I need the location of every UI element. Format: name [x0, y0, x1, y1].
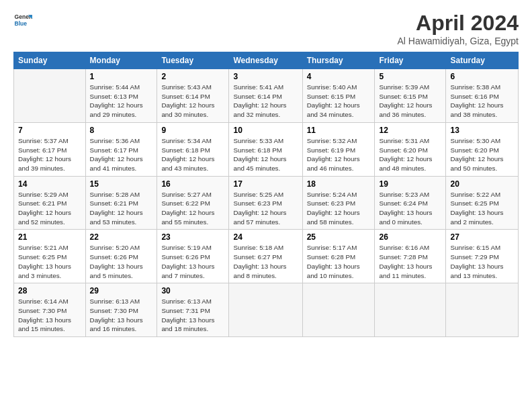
day-number: 13: [450, 126, 514, 135]
day-info: Sunrise: 5:40 AMSunset: 6:15 PMDaylight:…: [307, 83, 371, 120]
title-block: April 2024 Al Hawamidiyah, Giza, Egypt: [397, 11, 519, 46]
day-number: 26: [379, 232, 441, 242]
col-tuesday: Tuesday: [157, 52, 229, 69]
day-info: Sunrise: 5:21 AMSunset: 6:25 PMDaylight:…: [18, 243, 81, 280]
col-monday: Monday: [85, 52, 157, 69]
day-info: Sunrise: 5:38 AMSunset: 6:16 PMDaylight:…: [450, 83, 514, 120]
day-number: 25: [307, 232, 371, 242]
day-number: 19: [379, 179, 441, 189]
table-row: 20Sunrise: 5:22 AMSunset: 6:25 PMDayligh…: [446, 176, 519, 230]
table-row: 8Sunrise: 5:36 AMSunset: 6:17 PMDaylight…: [85, 122, 157, 176]
day-info: Sunrise: 6:14 AMSunset: 7:30 PMDaylight:…: [18, 297, 81, 334]
day-number: 11: [307, 126, 371, 135]
day-info: Sunrise: 6:13 AMSunset: 7:31 PMDaylight:…: [161, 297, 224, 334]
table-row: 28Sunrise: 6:14 AMSunset: 7:30 PMDayligh…: [14, 283, 86, 337]
table-row: [446, 283, 519, 337]
calendar-body: 1Sunrise: 5:44 AMSunset: 6:13 PMDaylight…: [14, 69, 519, 337]
day-info: Sunrise: 5:39 AMSunset: 6:15 PMDaylight:…: [379, 83, 441, 120]
day-info: Sunrise: 5:25 AMSunset: 6:23 PMDaylight:…: [233, 190, 298, 227]
day-info: Sunrise: 5:32 AMSunset: 6:19 PMDaylight:…: [307, 136, 371, 173]
day-number: 2: [161, 72, 224, 81]
table-row: 26Sunrise: 6:16 AMSunset: 7:28 PMDayligh…: [375, 230, 446, 283]
col-friday: Friday: [375, 52, 446, 69]
table-row: 21Sunrise: 5:21 AMSunset: 6:25 PMDayligh…: [14, 230, 86, 283]
table-row: 4Sunrise: 5:40 AMSunset: 6:15 PMDaylight…: [302, 69, 375, 123]
header-row: General Blue April 2024 Al Hawamidiyah, …: [13, 11, 519, 46]
day-number: 3: [233, 72, 298, 81]
table-row: [302, 283, 375, 337]
day-info: Sunrise: 5:34 AMSunset: 6:18 PMDaylight:…: [161, 136, 224, 173]
svg-text:General: General: [15, 13, 32, 20]
day-info: Sunrise: 5:44 AMSunset: 6:13 PMDaylight:…: [90, 83, 153, 120]
day-number: 1: [90, 72, 153, 81]
table-row: 7Sunrise: 5:37 AMSunset: 6:17 PMDaylight…: [14, 122, 86, 176]
table-row: 14Sunrise: 5:29 AMSunset: 6:21 PMDayligh…: [14, 176, 86, 230]
table-row: 2Sunrise: 5:43 AMSunset: 6:14 PMDaylight…: [157, 69, 229, 123]
logo-icon: General Blue: [13, 11, 32, 30]
col-wednesday: Wednesday: [229, 52, 302, 69]
table-row: [229, 283, 302, 337]
table-row: 3Sunrise: 5:41 AMSunset: 6:14 PMDaylight…: [229, 69, 302, 123]
day-number: 30: [161, 286, 224, 295]
svg-text:Blue: Blue: [15, 20, 28, 27]
day-number: 18: [307, 179, 371, 189]
day-number: 9: [161, 126, 224, 135]
calendar-header: Sunday Monday Tuesday Wednesday Thursday…: [14, 52, 519, 69]
day-info: Sunrise: 6:13 AMSunset: 7:30 PMDaylight:…: [90, 297, 153, 334]
table-row: 18Sunrise: 5:24 AMSunset: 6:23 PMDayligh…: [302, 176, 375, 230]
col-saturday: Saturday: [446, 52, 519, 69]
day-number: 23: [161, 232, 224, 242]
logo: General Blue: [13, 11, 32, 30]
col-sunday: Sunday: [14, 52, 86, 69]
day-number: 17: [233, 179, 298, 189]
day-number: 5: [379, 72, 441, 81]
table-row: 11Sunrise: 5:32 AMSunset: 6:19 PMDayligh…: [302, 122, 375, 176]
day-info: Sunrise: 5:22 AMSunset: 6:25 PMDaylight:…: [450, 190, 514, 227]
day-info: Sunrise: 5:43 AMSunset: 6:14 PMDaylight:…: [161, 83, 224, 120]
day-number: 14: [18, 179, 81, 189]
table-row: 15Sunrise: 5:28 AMSunset: 6:21 PMDayligh…: [85, 176, 157, 230]
table-row: 22Sunrise: 5:20 AMSunset: 6:26 PMDayligh…: [85, 230, 157, 283]
table-row: 9Sunrise: 5:34 AMSunset: 6:18 PMDaylight…: [157, 122, 229, 176]
day-number: 27: [450, 232, 514, 242]
day-info: Sunrise: 5:37 AMSunset: 6:17 PMDaylight:…: [18, 136, 81, 173]
day-info: Sunrise: 5:27 AMSunset: 6:22 PMDaylight:…: [161, 190, 224, 227]
table-row: 19Sunrise: 5:23 AMSunset: 6:24 PMDayligh…: [375, 176, 446, 230]
day-info: Sunrise: 6:15 AMSunset: 7:29 PMDaylight:…: [450, 243, 514, 280]
table-row: 1Sunrise: 5:44 AMSunset: 6:13 PMDaylight…: [85, 69, 157, 123]
day-info: Sunrise: 5:41 AMSunset: 6:14 PMDaylight:…: [233, 83, 298, 120]
day-number: 21: [18, 232, 81, 242]
table-row: 30Sunrise: 6:13 AMSunset: 7:31 PMDayligh…: [157, 283, 229, 337]
day-info: Sunrise: 5:20 AMSunset: 6:26 PMDaylight:…: [90, 243, 153, 280]
day-number: 20: [450, 179, 514, 189]
location: Al Hawamidiyah, Giza, Egypt: [397, 36, 519, 46]
table-row: 12Sunrise: 5:31 AMSunset: 6:20 PMDayligh…: [375, 122, 446, 176]
day-info: Sunrise: 5:33 AMSunset: 6:18 PMDaylight:…: [233, 136, 298, 173]
table-row: 24Sunrise: 5:18 AMSunset: 6:27 PMDayligh…: [229, 230, 302, 283]
day-info: Sunrise: 5:29 AMSunset: 6:21 PMDaylight:…: [18, 190, 81, 227]
main-container: General Blue April 2024 Al Hawamidiyah, …: [0, 0, 532, 344]
day-info: Sunrise: 5:36 AMSunset: 6:17 PMDaylight:…: [90, 136, 153, 173]
day-number: 28: [18, 286, 81, 295]
table-row: 23Sunrise: 5:19 AMSunset: 6:26 PMDayligh…: [157, 230, 229, 283]
table-row: 5Sunrise: 5:39 AMSunset: 6:15 PMDaylight…: [375, 69, 446, 123]
day-info: Sunrise: 5:18 AMSunset: 6:27 PMDaylight:…: [233, 243, 298, 280]
table-row: 6Sunrise: 5:38 AMSunset: 6:16 PMDaylight…: [446, 69, 519, 123]
day-number: 15: [90, 179, 153, 189]
day-number: 8: [90, 126, 153, 135]
table-row: 29Sunrise: 6:13 AMSunset: 7:30 PMDayligh…: [85, 283, 157, 337]
table-row: 17Sunrise: 5:25 AMSunset: 6:23 PMDayligh…: [229, 176, 302, 230]
day-info: Sunrise: 5:17 AMSunset: 6:28 PMDaylight:…: [307, 243, 371, 280]
day-number: 22: [90, 232, 153, 242]
day-info: Sunrise: 5:28 AMSunset: 6:21 PMDaylight:…: [90, 190, 153, 227]
col-thursday: Thursday: [302, 52, 375, 69]
day-number: 4: [307, 72, 371, 81]
table-row: 13Sunrise: 5:30 AMSunset: 6:20 PMDayligh…: [446, 122, 519, 176]
day-number: 6: [450, 72, 514, 81]
calendar-table: Sunday Monday Tuesday Wednesday Thursday…: [13, 52, 519, 337]
table-row: 10Sunrise: 5:33 AMSunset: 6:18 PMDayligh…: [229, 122, 302, 176]
day-number: 10: [233, 126, 298, 135]
day-info: Sunrise: 5:23 AMSunset: 6:24 PMDaylight:…: [379, 190, 441, 227]
day-info: Sunrise: 5:31 AMSunset: 6:20 PMDaylight:…: [379, 136, 441, 173]
day-info: Sunrise: 6:16 AMSunset: 7:28 PMDaylight:…: [379, 243, 441, 280]
